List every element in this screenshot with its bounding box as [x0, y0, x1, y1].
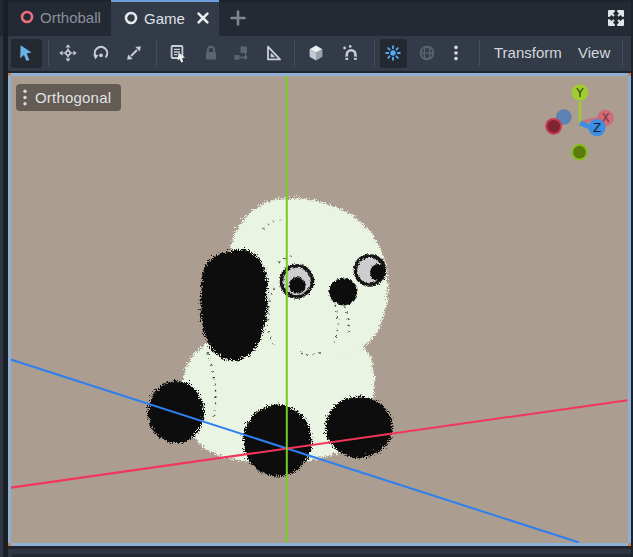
- view-menu[interactable]: View: [578, 45, 610, 61]
- left-splitter-gap[interactable]: [3, 0, 8, 557]
- expand-arrows-icon: [607, 9, 625, 27]
- scene-tab-orthoball[interactable]: Orthoball: [11, 0, 110, 34]
- preview-sunlight-sun-icon[interactable]: [383, 43, 403, 63]
- dog-right-eye: [355, 255, 386, 284]
- ruler-tool-icon[interactable]: [263, 43, 283, 63]
- group-icon[interactable]: [231, 43, 251, 63]
- view-menu-button[interactable]: Orthogonal: [16, 84, 121, 111]
- active-tab-accent-bar: [111, 0, 219, 2]
- viewport-corner: [628, 543, 631, 546]
- scale-tool-icon[interactable]: [124, 43, 144, 63]
- tab-label: Orthoball: [40, 10, 101, 25]
- dog-nose: [328, 278, 356, 305]
- gizmo-z-ball[interactable]: Z: [588, 119, 605, 136]
- gizmo-neg-y-ball[interactable]: [572, 145, 587, 160]
- add-scene-tab-button[interactable]: [229, 9, 246, 27]
- tab-label: Game: [144, 11, 185, 26]
- lock-icon[interactable]: [201, 43, 221, 63]
- scene-tab-bar: Orthoball Game: [0, 0, 633, 36]
- viewport-corner: [8, 73, 11, 76]
- viewport-corner: [628, 73, 631, 76]
- gizmo-z-line: [580, 123, 590, 127]
- svg-text:Z: Z: [593, 121, 601, 135]
- dog-left-ear: [199, 248, 266, 359]
- toolbar-separator: [622, 40, 623, 66]
- preview-environment-globe-icon[interactable]: [417, 43, 437, 63]
- toolbar-separator: [294, 40, 295, 66]
- more-options-dots-icon[interactable]: [446, 43, 466, 63]
- projection-label: Orthogonal: [35, 89, 111, 106]
- gizmo-neg-x-ball[interactable]: [546, 119, 561, 134]
- viewport-3d[interactable]: X Y Z Orthogonal: [8, 73, 631, 546]
- move-tool-icon[interactable]: [58, 43, 78, 63]
- bottom-panel-inner-edge: [12, 554, 633, 557]
- svg-text:Y: Y: [575, 86, 584, 100]
- axis-gizmo[interactable]: X Y Z: [546, 84, 613, 159]
- local-space-cube-icon[interactable]: [306, 43, 326, 63]
- plus-icon: [230, 10, 246, 26]
- node3d-circle-icon: [20, 10, 34, 24]
- rotate-tool-icon[interactable]: [91, 43, 111, 63]
- three-dots-icon: [22, 89, 28, 106]
- viewport-scene: X Y Z: [8, 73, 631, 546]
- list-select-tool-icon[interactable]: [168, 43, 188, 63]
- node-circle-icon: [124, 11, 138, 25]
- close-icon[interactable]: [196, 11, 210, 25]
- scene-tab-game[interactable]: Game: [111, 0, 219, 36]
- toolbar-separator: [48, 40, 49, 66]
- toolbar-separator: [479, 40, 480, 66]
- godot-editor-window: Orthoball Game: [0, 0, 633, 557]
- dog-back-foot: [146, 379, 202, 441]
- dog-right-paw: [324, 395, 391, 456]
- toolbar-separator: [156, 40, 157, 66]
- expand-viewport-button[interactable]: [606, 8, 626, 28]
- gizmo-y-ball[interactable]: Y: [572, 84, 589, 101]
- plush-dog[interactable]: [146, 196, 391, 474]
- select-tool-icon[interactable]: [16, 43, 36, 63]
- snap-magnet-icon[interactable]: [340, 43, 360, 63]
- toolbar-separator: [374, 40, 375, 66]
- dog-front-paw: [242, 403, 310, 475]
- dog-left-eye: [281, 265, 312, 296]
- transform-menu[interactable]: Transform: [494, 45, 562, 61]
- viewport-corner: [8, 543, 11, 546]
